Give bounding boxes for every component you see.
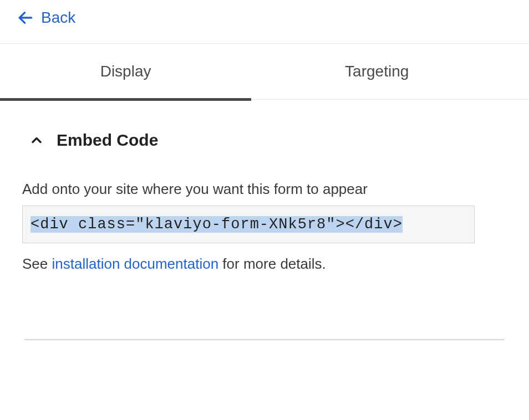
help-suffix: for more details. <box>218 255 326 272</box>
help-prefix: See <box>22 255 52 272</box>
section-title: Embed Code <box>57 131 158 150</box>
arrow-left-icon <box>17 9 34 27</box>
installation-docs-link[interactable]: installation documentation <box>52 255 219 272</box>
tabs: Display Targeting <box>0 43 529 100</box>
embed-description: Add onto your site where you want this f… <box>22 181 505 198</box>
chevron-up-icon <box>29 132 44 148</box>
section-header-embed-code[interactable]: Embed Code <box>0 100 529 150</box>
back-link[interactable]: Back <box>0 0 92 43</box>
help-text: See installation documentation for more … <box>22 255 505 273</box>
tab-display[interactable]: Display <box>0 44 251 99</box>
tab-label: Display <box>100 63 151 80</box>
embed-code: <div class="klaviyo-form-XNk5r8"></div> <box>30 216 403 233</box>
tab-targeting[interactable]: Targeting <box>251 44 502 99</box>
embed-code-box[interactable]: <div class="klaviyo-form-XNk5r8"></div> <box>22 206 475 243</box>
divider <box>24 339 505 340</box>
section-content: Add onto your site where you want this f… <box>0 150 529 273</box>
back-label: Back <box>41 9 75 27</box>
tab-label: Targeting <box>345 63 409 80</box>
